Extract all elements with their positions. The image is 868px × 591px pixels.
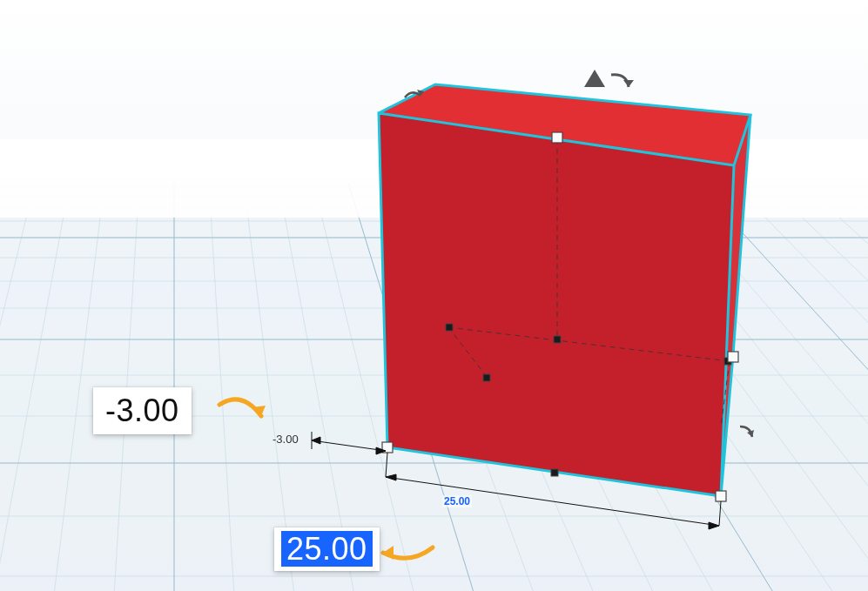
dimension-offset-label[interactable]: -3.00 — [271, 433, 300, 446]
height-handle[interactable] — [552, 132, 562, 143]
mid-handle[interactable] — [483, 374, 490, 381]
top-gizmo[interactable] — [584, 70, 634, 87]
svg-marker-68 — [623, 80, 634, 87]
workplane-scene[interactable] — [0, 0, 868, 591]
mid-handle[interactable] — [554, 336, 561, 343]
lift-arrow-icon[interactable] — [584, 70, 605, 87]
callout-offset-text: -3.00 — [105, 393, 179, 428]
box-shape[interactable] — [379, 84, 750, 496]
3d-editor-viewport[interactable]: 25.00 -3.00 -3.00 25.00 — [0, 0, 868, 591]
edge-mid-handle[interactable] — [551, 469, 558, 476]
corner-handle[interactable] — [728, 352, 738, 362]
callout-offset: -3.00 — [93, 387, 192, 434]
corner-handle[interactable] — [716, 491, 726, 501]
svg-marker-50 — [379, 113, 734, 496]
dimension-width-label[interactable]: 25.00 — [442, 495, 472, 507]
callout-width-text: 25.00 — [281, 531, 373, 567]
callout-width: 25.00 — [274, 527, 380, 571]
mid-handle[interactable] — [446, 324, 453, 331]
